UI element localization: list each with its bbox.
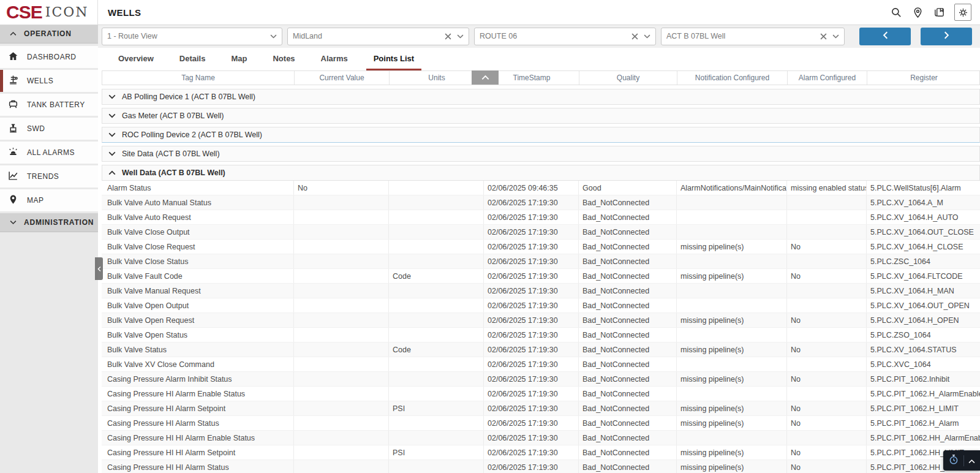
location-icon[interactable]	[911, 6, 924, 18]
sidebar-item-trends[interactable]: TRENDS	[0, 165, 98, 187]
page-title: WELLS	[108, 7, 141, 18]
column-header-timestamp[interactable]: TimeStamp	[484, 71, 579, 85]
app-logo[interactable]: CSE ICON	[0, 0, 98, 25]
sidebar-item-all-alarms[interactable]: ALL ALARMS	[0, 142, 98, 164]
main-content: 1 - Route View MidLand ROUTE 06 ACT B 07…	[98, 25, 980, 473]
cell-tag-name: Casing Pressure HI Alarm Status	[102, 416, 294, 430]
top-bar: CSE ICON WELLS	[0, 0, 980, 25]
route-select[interactable]: ROUTE 06	[474, 28, 656, 45]
sidebar-section-operation[interactable]: OPERATION	[0, 25, 98, 44]
refresh-timer-button[interactable]	[948, 454, 959, 467]
tab-map[interactable]: Map	[224, 48, 254, 70]
scroll-to-top-button[interactable]	[472, 70, 499, 85]
table-row[interactable]: Casing Pressure HI HI Alarm Status02/06/…	[102, 460, 980, 473]
table-row[interactable]: Bulk Valve Manual Request02/06/2025 17:1…	[102, 284, 980, 298]
table-row[interactable]: Bulk Valve StatusCode02/06/2025 17:19:30…	[102, 342, 980, 357]
pump-icon	[8, 123, 18, 135]
sidebar-item-wells[interactable]: WELLS	[0, 70, 98, 92]
column-header-tag-name[interactable]: Tag Name	[102, 71, 295, 85]
sidebar-item-map[interactable]: MAP	[0, 189, 98, 211]
cell-timestamp: 02/06/2025 17:19:30	[484, 225, 579, 239]
cell-units	[389, 431, 484, 445]
table-row[interactable]: Bulk Valve Open Request02/06/2025 17:19:…	[102, 313, 980, 328]
area-select[interactable]: MidLand	[287, 28, 469, 45]
cell-timestamp: 02/06/2025 17:19:30	[484, 195, 579, 210]
cell-units	[389, 240, 484, 254]
cell-alarm-configured: No	[787, 416, 867, 430]
sidebar-item-label: TANK BATTERY	[27, 100, 85, 109]
table-row[interactable]: Bulk Valve Open Status02/06/2025 17:19:3…	[102, 328, 980, 342]
clear-icon[interactable]	[444, 32, 451, 40]
table-row[interactable]: Bulk Valve Fault CodeCode02/06/2025 17:1…	[102, 269, 980, 284]
table-row[interactable]: Bulk Valve Open Output02/06/2025 17:19:3…	[102, 298, 980, 313]
table-row[interactable]: Alarm StatusNo02/06/2025 09:46:35GoodAla…	[102, 181, 980, 195]
cell-timestamp: 02/06/2025 09:46:35	[484, 181, 579, 195]
table-row[interactable]: Casing Pressure HI HI Alarm Enable Statu…	[102, 431, 980, 445]
cell-tag-name: Bulk Valve Manual Request	[102, 284, 294, 298]
cell-quality: Bad_NotConnected	[579, 328, 677, 342]
cell-register: 5.PLC.XV_1064.H_OPEN	[867, 313, 980, 327]
table-row[interactable]: Bulk Valve Close Output02/06/2025 17:19:…	[102, 225, 980, 240]
sidebar-item-swd[interactable]: SWD	[0, 118, 98, 140]
device-group-header[interactable]: AB Polling Device 1 (ACT B 07BL Well)	[102, 89, 980, 105]
device-group-header[interactable]: ROC Polling Device 2 (ACT B 07BL Well)	[102, 127, 980, 143]
cell-alarm-configured	[787, 195, 867, 210]
cell-units	[389, 210, 484, 224]
cell-units: Code	[389, 269, 484, 283]
well-select[interactable]: ACT B 07BL Well	[661, 28, 845, 45]
column-header-quality[interactable]: Quality	[579, 71, 677, 85]
view-select[interactable]: 1 - Route View	[102, 28, 282, 45]
table-row[interactable]: Casing Pressure Alarm Inhibit Status02/0…	[102, 372, 980, 387]
table-row[interactable]: Casing Pressure HI Alarm Enable Status02…	[102, 387, 980, 401]
cell-current-value	[294, 313, 389, 327]
column-header-units[interactable]: Units	[390, 71, 484, 85]
tab-details[interactable]: Details	[172, 48, 213, 70]
search-icon[interactable]	[890, 6, 902, 18]
table-row[interactable]: Casing Pressure HI HI Alarm SetpointPSI0…	[102, 445, 980, 460]
cell-timestamp: 02/06/2025 17:19:30	[484, 298, 579, 312]
sidebar-item-dashboard[interactable]: DASHBOARD	[0, 46, 98, 68]
table-row[interactable]: Bulk Valve Close Status02/06/2025 17:19:…	[102, 254, 980, 269]
cell-quality: Good	[579, 181, 677, 195]
settings-icon[interactable]	[954, 4, 971, 21]
chevron-down-icon[interactable]	[456, 32, 464, 40]
chevron-down-icon[interactable]	[270, 32, 277, 40]
tab-points-list[interactable]: Points List	[366, 48, 421, 70]
column-header-alarm-configured[interactable]: Alarm Configured	[788, 71, 867, 85]
chevron-down-icon[interactable]	[643, 32, 650, 40]
tab-alarms[interactable]: Alarms	[314, 48, 355, 70]
column-header-register[interactable]: Register	[867, 71, 980, 85]
cell-timestamp: 02/06/2025 17:19:30	[484, 240, 579, 254]
table-row[interactable]: Bulk Valve Close Request02/06/2025 17:19…	[102, 240, 980, 254]
tab-notes[interactable]: Notes	[265, 48, 302, 70]
sidebar-collapse-handle[interactable]	[95, 257, 103, 280]
sidebar-section-administration[interactable]: ADMINISTRATION	[0, 213, 98, 232]
table-row[interactable]: Casing Pressure HI Alarm SetpointPSI02/0…	[102, 401, 980, 416]
cell-tag-name: Casing Pressure HI HI Alarm Enable Statu…	[102, 431, 294, 445]
cell-notification-configured	[677, 195, 787, 210]
cell-tag-name: Bulk Valve Open Output	[102, 298, 294, 312]
device-group-header[interactable]: Gas Meter (ACT B 07BL Well)	[102, 108, 980, 124]
device-group-header[interactable]: Site Data (ACT B 07BL Well)	[102, 146, 980, 162]
table-row[interactable]: Bulk Valve Auto Request02/06/2025 17:19:…	[102, 210, 980, 225]
table-row[interactable]: Bulk Valve XV Close Command02/06/2025 17…	[102, 357, 980, 372]
device-group-header[interactable]: Well Data (ACT B 07BL Well)	[102, 165, 980, 181]
expand-toolbar-button[interactable]	[968, 455, 975, 466]
cell-timestamp: 02/06/2025 17:19:30	[484, 357, 579, 371]
previous-well-button[interactable]	[859, 28, 911, 45]
clear-icon[interactable]	[631, 32, 638, 40]
tabs-bar: OverviewDetailsMapNotesAlarmsPoints List	[98, 48, 980, 70]
chevron-down-icon[interactable]	[832, 32, 839, 40]
clear-icon[interactable]	[820, 32, 827, 40]
tab-overview[interactable]: Overview	[111, 48, 161, 70]
next-well-button[interactable]	[921, 28, 972, 45]
sidebar-item-tank-battery[interactable]: TANK BATTERY	[0, 94, 98, 116]
table-row[interactable]: Casing Pressure HI Alarm Status02/06/202…	[102, 416, 980, 431]
chevron-up-icon	[108, 168, 116, 177]
cell-alarm-configured	[787, 357, 867, 371]
column-header-notification-configured[interactable]: Notification Configured	[677, 71, 788, 85]
docs-icon[interactable]	[933, 6, 945, 18]
table-row[interactable]: Bulk Valve Auto Manual Status02/06/2025 …	[102, 195, 980, 210]
cell-timestamp: 02/06/2025 17:19:30	[484, 328, 579, 342]
column-header-current-value[interactable]: Current Value	[295, 71, 390, 85]
